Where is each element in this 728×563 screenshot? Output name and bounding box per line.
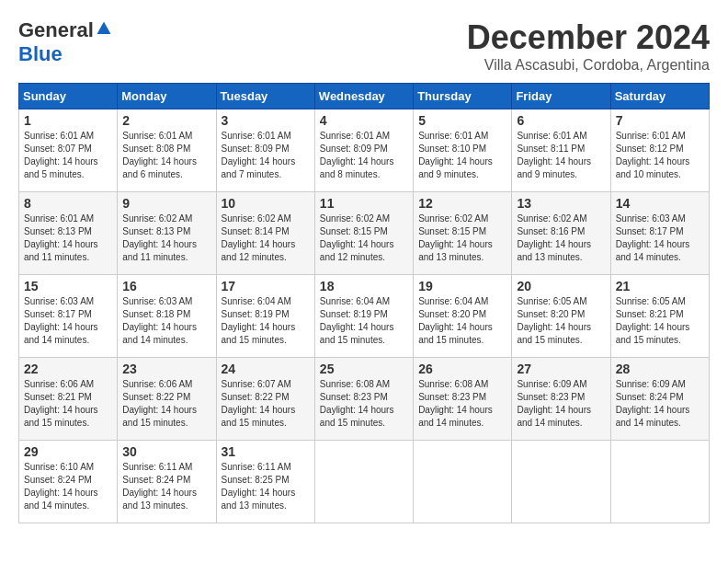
day-cell-31: 31Sunrise: 6:11 AMSunset: 8:25 PMDayligh… <box>216 441 314 523</box>
day-cell-18: 18Sunrise: 6:04 AMSunset: 8:19 PMDayligh… <box>314 275 413 358</box>
day-cell-10: 10Sunrise: 6:02 AMSunset: 8:14 PMDayligh… <box>216 192 314 275</box>
day-info: Sunrise: 6:05 AMSunset: 8:20 PMDaylight:… <box>517 295 605 347</box>
day-cell-28: 28Sunrise: 6:09 AMSunset: 8:24 PMDayligh… <box>610 358 709 441</box>
day-cell-13: 13Sunrise: 6:02 AMSunset: 8:16 PMDayligh… <box>512 192 610 275</box>
day-info: Sunrise: 6:01 AMSunset: 8:07 PMDaylight:… <box>24 130 112 181</box>
day-number: 6 <box>517 113 605 128</box>
day-cell-9: 9Sunrise: 6:02 AMSunset: 8:13 PMDaylight… <box>118 192 216 275</box>
day-cell-19: 19Sunrise: 6:04 AMSunset: 8:20 PMDayligh… <box>414 275 512 358</box>
day-info: Sunrise: 6:02 AMSunset: 8:16 PMDaylight:… <box>517 213 605 264</box>
day-info: Sunrise: 6:04 AMSunset: 8:19 PMDaylight:… <box>222 295 310 347</box>
column-header-friday: Friday <box>512 84 610 109</box>
day-info: Sunrise: 6:02 AMSunset: 8:13 PMDaylight:… <box>122 213 210 264</box>
day-number: 9 <box>122 196 210 211</box>
day-cell-23: 23Sunrise: 6:06 AMSunset: 8:22 PMDayligh… <box>118 358 216 441</box>
day-number: 31 <box>222 444 310 459</box>
day-number: 5 <box>418 113 506 128</box>
day-cell-24: 24Sunrise: 6:07 AMSunset: 8:22 PMDayligh… <box>216 358 314 441</box>
day-info: Sunrise: 6:01 AMSunset: 8:10 PMDaylight:… <box>418 130 506 181</box>
day-info: Sunrise: 6:08 AMSunset: 8:23 PMDaylight:… <box>418 378 506 430</box>
day-number: 4 <box>320 113 408 128</box>
day-number: 27 <box>517 362 605 376</box>
week-row-4: 22Sunrise: 6:06 AMSunset: 8:21 PMDayligh… <box>19 358 710 441</box>
day-info: Sunrise: 6:03 AMSunset: 8:17 PMDaylight:… <box>616 213 704 264</box>
logo-general-text: General <box>18 18 94 42</box>
column-header-thursday: Thursday <box>414 84 512 109</box>
day-number: 25 <box>320 362 408 376</box>
day-cell-29: 29Sunrise: 6:10 AMSunset: 8:24 PMDayligh… <box>19 441 118 523</box>
day-cell-27: 27Sunrise: 6:09 AMSunset: 8:23 PMDayligh… <box>512 358 610 441</box>
day-cell-3: 3Sunrise: 6:01 AMSunset: 8:09 PMDaylight… <box>216 109 314 192</box>
day-number: 7 <box>616 113 704 128</box>
day-number: 26 <box>418 362 506 376</box>
location-subtitle: Villa Ascasubi, Cordoba, Argentina <box>467 57 710 74</box>
day-number: 11 <box>320 196 408 211</box>
day-info: Sunrise: 6:02 AMSunset: 8:15 PMDaylight:… <box>418 213 506 264</box>
day-info: Sunrise: 6:06 AMSunset: 8:21 PMDaylight:… <box>24 378 112 430</box>
day-number: 10 <box>222 196 310 211</box>
day-cell-21: 21Sunrise: 6:05 AMSunset: 8:21 PMDayligh… <box>610 275 709 358</box>
day-cell-5: 5Sunrise: 6:01 AMSunset: 8:10 PMDaylight… <box>414 109 512 192</box>
day-info: Sunrise: 6:01 AMSunset: 8:13 PMDaylight:… <box>24 213 112 264</box>
day-number: 14 <box>616 196 704 211</box>
day-number: 17 <box>222 279 310 293</box>
day-cell-30: 30Sunrise: 6:11 AMSunset: 8:24 PMDayligh… <box>118 441 216 523</box>
week-row-3: 15Sunrise: 6:03 AMSunset: 8:17 PMDayligh… <box>19 275 710 358</box>
day-number: 3 <box>222 113 310 128</box>
day-info: Sunrise: 6:04 AMSunset: 8:19 PMDaylight:… <box>320 295 408 347</box>
day-number: 21 <box>616 279 704 293</box>
column-header-sunday: Sunday <box>19 84 118 109</box>
day-number: 23 <box>122 362 210 376</box>
day-number: 24 <box>222 362 310 376</box>
day-info: Sunrise: 6:09 AMSunset: 8:23 PMDaylight:… <box>517 378 605 430</box>
calendar-header-row: SundayMondayTuesdayWednesdayThursdayFrid… <box>19 84 710 109</box>
day-info: Sunrise: 6:10 AMSunset: 8:24 PMDaylight:… <box>24 461 112 512</box>
day-cell-22: 22Sunrise: 6:06 AMSunset: 8:21 PMDayligh… <box>19 358 118 441</box>
day-number: 12 <box>418 196 506 211</box>
empty-cell <box>610 441 709 523</box>
day-cell-14: 14Sunrise: 6:03 AMSunset: 8:17 PMDayligh… <box>610 192 709 275</box>
day-info: Sunrise: 6:02 AMSunset: 8:14 PMDaylight:… <box>222 213 310 264</box>
day-number: 8 <box>24 196 112 211</box>
day-info: Sunrise: 6:08 AMSunset: 8:23 PMDaylight:… <box>320 378 408 430</box>
day-info: Sunrise: 6:06 AMSunset: 8:22 PMDaylight:… <box>122 378 210 430</box>
column-header-wednesday: Wednesday <box>314 84 413 109</box>
day-cell-11: 11Sunrise: 6:02 AMSunset: 8:15 PMDayligh… <box>314 192 413 275</box>
day-number: 29 <box>24 444 112 459</box>
day-cell-4: 4Sunrise: 6:01 AMSunset: 8:09 PMDaylight… <box>314 109 413 192</box>
day-cell-2: 2Sunrise: 6:01 AMSunset: 8:08 PMDaylight… <box>118 109 216 192</box>
day-number: 28 <box>616 362 704 376</box>
week-row-2: 8Sunrise: 6:01 AMSunset: 8:13 PMDaylight… <box>19 192 710 275</box>
page-header: General Blue December 2024 Villa Ascasub… <box>18 18 710 74</box>
day-info: Sunrise: 6:11 AMSunset: 8:25 PMDaylight:… <box>222 461 310 512</box>
day-cell-12: 12Sunrise: 6:02 AMSunset: 8:15 PMDayligh… <box>414 192 512 275</box>
day-cell-6: 6Sunrise: 6:01 AMSunset: 8:11 PMDaylight… <box>512 109 610 192</box>
day-cell-16: 16Sunrise: 6:03 AMSunset: 8:18 PMDayligh… <box>118 275 216 358</box>
column-header-monday: Monday <box>118 84 216 109</box>
day-cell-7: 7Sunrise: 6:01 AMSunset: 8:12 PMDaylight… <box>610 109 709 192</box>
empty-cell <box>314 441 413 523</box>
day-info: Sunrise: 6:02 AMSunset: 8:15 PMDaylight:… <box>320 213 408 264</box>
day-cell-15: 15Sunrise: 6:03 AMSunset: 8:17 PMDayligh… <box>19 275 118 358</box>
day-info: Sunrise: 6:07 AMSunset: 8:22 PMDaylight:… <box>222 378 310 430</box>
day-info: Sunrise: 6:03 AMSunset: 8:17 PMDaylight:… <box>24 295 112 347</box>
day-cell-17: 17Sunrise: 6:04 AMSunset: 8:19 PMDayligh… <box>216 275 314 358</box>
day-info: Sunrise: 6:01 AMSunset: 8:09 PMDaylight:… <box>320 130 408 181</box>
title-area: December 2024 Villa Ascasubi, Cordoba, A… <box>467 18 710 74</box>
day-number: 22 <box>24 362 112 376</box>
week-row-5: 29Sunrise: 6:10 AMSunset: 8:24 PMDayligh… <box>19 441 710 523</box>
logo: General Blue <box>18 18 112 66</box>
week-row-1: 1Sunrise: 6:01 AMSunset: 8:07 PMDaylight… <box>19 109 710 192</box>
day-info: Sunrise: 6:05 AMSunset: 8:21 PMDaylight:… <box>616 295 704 347</box>
svg-marker-0 <box>97 22 110 35</box>
logo-blue-text: Blue <box>18 42 63 66</box>
day-info: Sunrise: 6:11 AMSunset: 8:24 PMDaylight:… <box>122 461 210 512</box>
day-info: Sunrise: 6:01 AMSunset: 8:11 PMDaylight:… <box>517 130 605 181</box>
logo-icon <box>96 20 112 37</box>
day-number: 18 <box>320 279 408 293</box>
column-header-tuesday: Tuesday <box>216 84 314 109</box>
day-cell-8: 8Sunrise: 6:01 AMSunset: 8:13 PMDaylight… <box>19 192 118 275</box>
day-info: Sunrise: 6:03 AMSunset: 8:18 PMDaylight:… <box>122 295 210 347</box>
day-number: 30 <box>122 444 210 459</box>
day-cell-26: 26Sunrise: 6:08 AMSunset: 8:23 PMDayligh… <box>414 358 512 441</box>
